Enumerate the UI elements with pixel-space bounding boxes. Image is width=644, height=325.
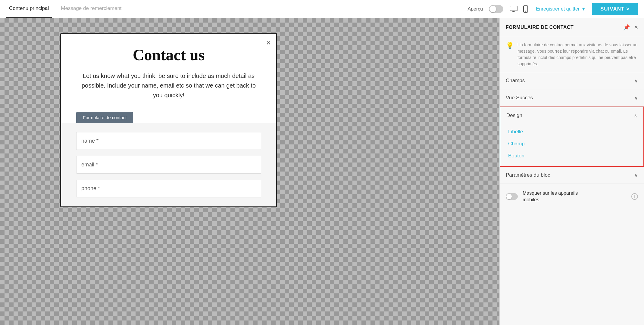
mobile-icon[interactable] (521, 5, 530, 13)
vue-succes-chevron-icon: ∨ (634, 95, 638, 101)
bouton-link[interactable]: Bouton (506, 150, 637, 161)
champs-header[interactable]: Champs ∨ (500, 72, 644, 89)
canvas-area: × Contact us Let us know what you think,… (0, 18, 499, 325)
design-section: Design ∧ Libellé Champ Bouton (500, 107, 644, 167)
svg-rect-0 (510, 6, 517, 11)
info-circle-icon[interactable]: i (631, 193, 638, 200)
vue-succes-label: Vue Succès (506, 95, 533, 101)
desktop-icon[interactable] (509, 5, 518, 13)
sidebar-header: FORMULAIRE DE CONTACT 📌 × (500, 18, 644, 37)
svg-point-2 (525, 11, 526, 11)
modal-form: name * email * phone * (61, 123, 276, 206)
apercu-label: Aperçu (467, 6, 483, 12)
tab-message-remerciement[interactable]: Message de remerciement (58, 0, 124, 18)
apercu-toggle[interactable] (489, 5, 503, 13)
sidebar-header-icons: 📌 × (623, 23, 638, 31)
champs-label: Champs (506, 78, 525, 84)
design-header[interactable]: Design ∧ (500, 107, 643, 124)
masquer-toggle[interactable] (506, 193, 518, 200)
vue-succes-header[interactable]: Vue Succès ∨ (500, 89, 644, 106)
champs-chevron-icon: ∨ (634, 78, 638, 84)
email-field[interactable]: email * (76, 156, 261, 174)
toggle-left: Masquer sur les appareils mobiles (506, 190, 578, 203)
modal-body: Contact us Let us know what you think, b… (61, 34, 276, 123)
suivant-button[interactable]: SUIVANT > (592, 3, 638, 15)
design-chevron-icon: ∧ (634, 113, 637, 119)
modal-description: Let us know what you think, be sure to i… (76, 71, 261, 100)
sidebar-panel: FORMULAIRE DE CONTACT 📌 × 💡 Un formulair… (499, 18, 644, 325)
lightbulb-icon: 💡 (506, 42, 514, 67)
device-icons (509, 5, 530, 13)
phone-field[interactable]: phone * (76, 180, 261, 197)
modal-tab[interactable]: Formulaire de contact (76, 112, 133, 123)
design-label: Design (506, 113, 522, 119)
sidebar-close-icon[interactable]: × (634, 23, 638, 31)
pin-icon[interactable]: 📌 (623, 24, 630, 31)
sidebar-info: 💡 Un formulaire de contact permet aux vi… (500, 37, 644, 72)
libelle-link[interactable]: Libellé (506, 126, 637, 137)
sidebar-info-text: Un formulaire de contact permet aux visi… (517, 42, 638, 67)
masquer-label: Masquer sur les appareils mobiles (523, 190, 578, 203)
sidebar-title: FORMULAIRE DE CONTACT (506, 25, 574, 30)
name-field[interactable]: name * (76, 132, 261, 150)
parametres-chevron-icon: ∨ (634, 172, 638, 178)
champ-link[interactable]: Champ (506, 138, 637, 149)
design-body: Libellé Champ Bouton (500, 124, 643, 166)
tab-contenu-principal[interactable]: Contenu principal (6, 0, 52, 18)
parametres-section: Paramètres du bloc ∨ (500, 167, 644, 184)
modal-title: Contact us (76, 46, 261, 64)
top-bar: Contenu principal Message de remerciemen… (0, 0, 644, 18)
modal-close-button[interactable]: × (266, 38, 271, 48)
top-bar-right: Aperçu Enregistrer et quitter ▼ SUIVANT … (467, 3, 638, 15)
parametres-label: Paramètres du bloc (506, 172, 550, 178)
vue-succes-section: Vue Succès ∨ (500, 89, 644, 107)
save-button[interactable]: Enregistrer et quitter ▼ (536, 6, 586, 12)
parametres-header[interactable]: Paramètres du bloc ∨ (500, 167, 644, 184)
main-area: × Contact us Let us know what you think,… (0, 18, 644, 325)
contact-form-modal: × Contact us Let us know what you think,… (60, 33, 277, 207)
champs-section: Champs ∨ (500, 72, 644, 89)
toggle-area: Masquer sur les appareils mobiles i (500, 184, 644, 209)
